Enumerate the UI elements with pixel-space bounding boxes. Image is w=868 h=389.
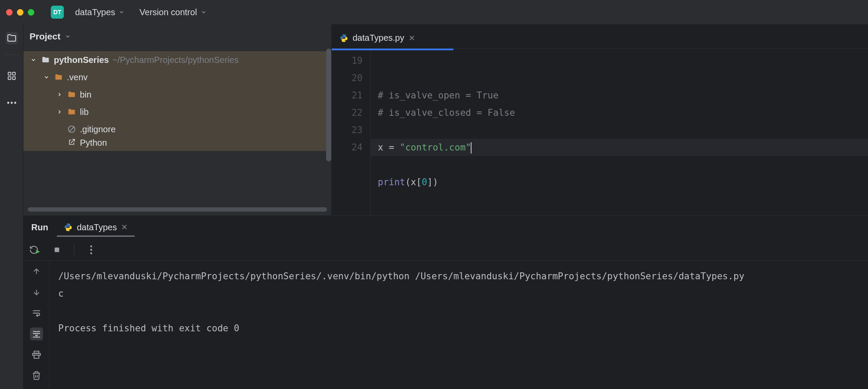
tree-item-label: .venv: [67, 72, 88, 82]
soft-wrap-button[interactable]: [30, 307, 43, 320]
line-number: 20: [332, 69, 363, 87]
python-file-icon: [64, 223, 73, 232]
svg-rect-21: [34, 355, 39, 358]
run-label: Run: [31, 222, 48, 232]
python-file-icon: [340, 34, 348, 42]
project-panel-header[interactable]: Project: [23, 24, 331, 49]
tree-item-lib[interactable]: lib: [23, 103, 331, 121]
svg-point-4: [7, 102, 9, 104]
chevron-right-icon: [56, 92, 63, 98]
ignore-icon: [67, 125, 76, 134]
svg-line-8: [69, 127, 74, 132]
run-toolbar: [23, 239, 868, 261]
tree-item-python-link[interactable]: Python: [23, 138, 331, 151]
more-tool-button[interactable]: [6, 97, 18, 109]
editor-tab-label: dataTypes.py: [353, 33, 404, 43]
main: Project pythonSeries ~/Pycharm: [0, 24, 868, 389]
folder-icon: [67, 90, 76, 99]
run-body: /Users/mlevanduski/PycharmProjects/pytho…: [23, 239, 868, 389]
code-content[interactable]: # is_valve_open = True # is_valve_closed…: [371, 50, 868, 215]
tree-item-gitignore[interactable]: .gitignore: [23, 121, 331, 138]
close-run-tab-button[interactable]: ✕: [121, 222, 128, 232]
window-controls: [6, 9, 34, 16]
gutter-separator: [5, 55, 19, 55]
console-exit-message: Process finished with exit code 0: [58, 323, 239, 333]
line-number: 24: [332, 139, 363, 156]
tree-item-venv[interactable]: .venv: [23, 69, 331, 86]
code-line: # is_valve_open = True: [378, 90, 498, 101]
tree-item-label: lib: [80, 107, 89, 117]
line-number: 23: [332, 121, 363, 139]
toolbar-separator: [74, 244, 74, 255]
svg-rect-2: [8, 77, 10, 79]
svg-rect-10: [55, 247, 59, 252]
console-command: /Users/mlevanduski/PycharmProjects/pytho…: [58, 271, 744, 281]
vcs-label: Version control: [139, 7, 197, 17]
svg-rect-20: [34, 351, 39, 353]
svg-point-5: [10, 102, 13, 104]
close-window-button[interactable]: [6, 9, 13, 16]
run-tab-label: dataTypes: [77, 222, 117, 232]
tree-scrollbar-horizontal[interactable]: [28, 207, 327, 212]
scroll-down-button[interactable]: [30, 286, 43, 299]
close-tab-button[interactable]: ✕: [409, 33, 415, 43]
folder-icon: [67, 108, 76, 116]
project-tool-button[interactable]: [6, 32, 18, 44]
chevron-down-icon: [43, 74, 50, 80]
tree-scrollbar-vertical[interactable]: [326, 49, 331, 161]
chevron-down-icon: [119, 9, 125, 15]
more-actions-button[interactable]: [86, 244, 97, 255]
svg-point-11: [90, 245, 92, 247]
run-tabs: Run dataTypes ✕: [23, 216, 868, 239]
run-gutter: [23, 261, 50, 389]
editor-tab-datatypes[interactable]: dataTypes.py ✕: [332, 28, 423, 48]
content-column: Project pythonSeries ~/Pycharm: [23, 24, 868, 389]
print-button[interactable]: [30, 348, 43, 361]
code-line: # is_valve_closed = False: [378, 108, 515, 118]
editor: dataTypes.py ✕ 19 20 21 22 23 24 # is_va…: [332, 24, 868, 215]
folder-icon: [54, 73, 63, 82]
tree-root-path: ~/PycharmProjects/pythonSeries: [112, 55, 239, 65]
chevron-down-icon: [30, 57, 37, 63]
delete-button[interactable]: [30, 369, 43, 382]
tree-item-bin[interactable]: bin: [23, 86, 331, 103]
svg-rect-3: [12, 77, 15, 79]
run-tab-datatypes[interactable]: dataTypes ✕: [61, 218, 130, 237]
maximize-window-button[interactable]: [28, 9, 34, 16]
editor-tabs: dataTypes.py ✕: [332, 24, 868, 49]
code-line: print(x[0]): [378, 177, 438, 187]
console-stdout: c: [58, 288, 64, 299]
line-number: 22: [332, 104, 363, 121]
caret: [471, 142, 472, 154]
chevron-right-icon: [56, 109, 63, 115]
rerun-button[interactable]: [29, 244, 40, 255]
structure-tool-button[interactable]: [6, 70, 18, 82]
minimize-window-button[interactable]: [17, 9, 23, 16]
vcs-dropdown[interactable]: Version control: [136, 6, 210, 19]
scroll-up-button[interactable]: [30, 265, 43, 278]
line-number: 21: [332, 87, 363, 104]
code-area[interactable]: 19 20 21 22 23 24 # is_valve_open = True…: [332, 50, 868, 215]
chevron-down-icon: [65, 33, 71, 39]
svg-point-13: [90, 252, 92, 254]
svg-rect-1: [12, 72, 15, 75]
project-panel-title: Project: [30, 31, 60, 42]
line-number-gutter: 19 20 21 22 23 24: [332, 50, 371, 215]
svg-point-6: [14, 102, 16, 104]
code-line: [378, 125, 383, 135]
tree-item-label: bin: [80, 90, 92, 100]
console-output[interactable]: /Users/mlevanduski/PycharmProjects/pytho…: [50, 261, 868, 389]
upper-row: Project pythonSeries ~/Pycharm: [23, 24, 868, 215]
svg-rect-0: [8, 72, 10, 75]
tree-root-name: pythonSeries: [54, 55, 109, 65]
tree-root[interactable]: pythonSeries ~/PycharmProjects/pythonSer…: [23, 51, 331, 69]
project-dropdown[interactable]: dataTypes: [72, 6, 128, 19]
stop-button[interactable]: [51, 244, 63, 255]
project-panel: Project pythonSeries ~/Pycharm: [23, 24, 332, 215]
titlebar: DT dataTypes Version control: [0, 0, 868, 24]
code-line-current: x = "control.com": [371, 139, 868, 156]
run-tool-window: Run dataTypes ✕: [23, 215, 868, 389]
code-line: [378, 73, 383, 83]
scroll-to-end-button[interactable]: [30, 327, 43, 340]
project-badge: DT: [51, 6, 64, 19]
